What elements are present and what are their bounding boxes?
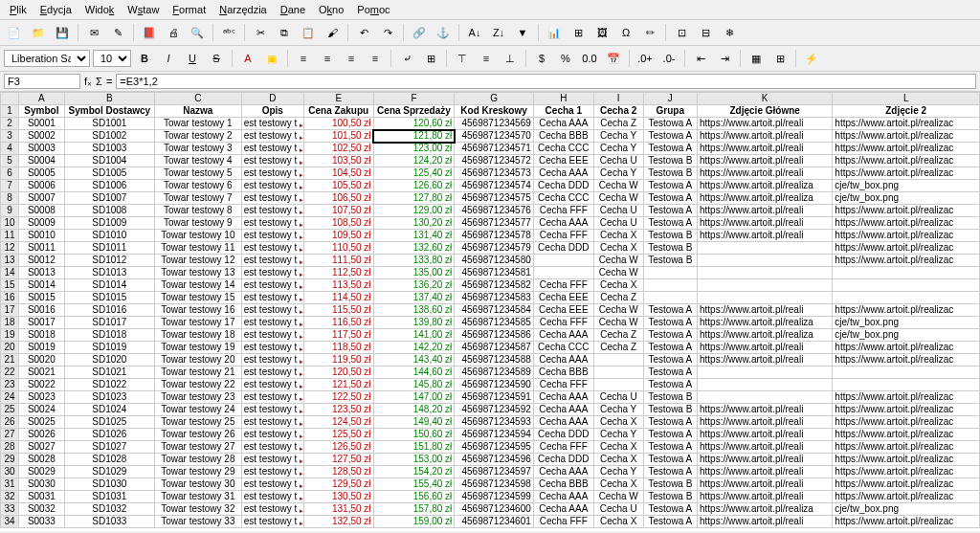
cell[interactable]: 130,20 zł	[373, 217, 455, 230]
cell[interactable]: 4569871234597	[455, 466, 533, 478]
cell[interactable]: Towar testowy 3	[154, 143, 241, 155]
row-header[interactable]: 24	[1, 391, 19, 404]
cell[interactable]: est testowy t	[241, 304, 303, 317]
cell[interactable]: 153,00 zł	[373, 454, 455, 466]
cell[interactable]: https://www.artoit.pl/realizac	[833, 304, 980, 317]
cell[interactable]: 132,60 zł	[373, 242, 455, 255]
menu-plik[interactable]: Plik	[4, 2, 33, 17]
cell[interactable]: Testowa A	[643, 354, 697, 366]
cell[interactable]: Cecha AAA	[533, 416, 593, 429]
cell[interactable]: Cecha X	[593, 416, 643, 429]
cell[interactable]: Towar testowy 17	[154, 317, 241, 329]
cell[interactable]: Cecha AAA	[533, 491, 593, 503]
cell[interactable]: https://www.artoit.pl/realizac	[833, 130, 980, 143]
cell[interactable]: Towar testowy 14	[154, 279, 241, 292]
cell[interactable]: SD1027	[64, 441, 154, 454]
cell[interactable]: S0033	[18, 516, 64, 528]
header-cell[interactable]: Grupa	[643, 105, 697, 118]
cell[interactable]: 139,80 zł	[373, 317, 455, 329]
cell[interactable]: S0025	[18, 416, 64, 429]
cell[interactable]: https://www.artoit.pl/realiza	[698, 180, 833, 192]
cell[interactable]: SD1014	[64, 279, 154, 292]
undo-icon[interactable]: ↶	[353, 22, 374, 43]
row-header[interactable]: 7	[1, 180, 19, 192]
cell[interactable]: https://www.artoit.pl/reali	[698, 478, 833, 491]
cell[interactable]: SD1010	[64, 230, 154, 242]
col-header-F[interactable]: F	[373, 93, 455, 105]
cell[interactable]: Cecha AAA	[533, 466, 593, 478]
cell[interactable]: Towar testowy 27	[154, 441, 241, 454]
cell[interactable]: 147,00 zł	[373, 391, 455, 404]
cell[interactable]: https://www.artoit.pl/realizac	[833, 118, 980, 130]
cell[interactable]: https://www.artoit.pl/realizac	[833, 155, 980, 167]
cell[interactable]: Testowa B	[643, 242, 697, 255]
cell[interactable]: Towar testowy 5	[154, 167, 241, 180]
cell[interactable]: 151,80 zł	[373, 441, 455, 454]
col-header-H[interactable]: H	[533, 93, 593, 105]
cell[interactable]: S0005	[18, 167, 64, 180]
cell[interactable]: S0006	[18, 180, 64, 192]
cell[interactable]: Testowa A	[643, 217, 697, 230]
cell[interactable]: 137,40 zł	[373, 292, 455, 304]
cell[interactable]: SD1004	[64, 155, 154, 167]
cell[interactable]: SD1017	[64, 317, 154, 329]
col-header-L[interactable]: L	[833, 93, 980, 105]
cell[interactable]: 4569871234598	[455, 478, 533, 491]
anchor-icon[interactable]: ⚓	[433, 22, 454, 43]
cell[interactable]: Cecha FFF	[533, 205, 593, 217]
cell[interactable]: 131,50 zł	[303, 503, 373, 516]
cell[interactable]: 4569871234574	[455, 180, 533, 192]
row-header[interactable]: 22	[1, 366, 19, 379]
cell[interactable]: Cecha X	[593, 516, 643, 528]
menu-dane[interactable]: Dane	[275, 2, 311, 17]
cell[interactable]: est testowy t	[241, 267, 303, 279]
cell[interactable]	[833, 292, 980, 304]
cell[interactable]: Towar testowy 25	[154, 416, 241, 429]
pdf-icon[interactable]: 📕	[139, 22, 160, 43]
cell[interactable]: est testowy t	[241, 503, 303, 516]
cell[interactable]: Cecha W	[593, 267, 643, 279]
cell[interactable]: cje/tw_box.png	[833, 503, 980, 516]
cell[interactable]: S0010	[18, 230, 64, 242]
cell[interactable]: Cecha AAA	[533, 217, 593, 230]
sort-desc-icon[interactable]: Z↓	[488, 22, 509, 43]
save-icon[interactable]: 💾	[52, 22, 73, 43]
cell[interactable]	[593, 354, 643, 366]
cell[interactable]: 109,50 zł	[303, 230, 373, 242]
sum-icon[interactable]: Σ	[96, 76, 102, 87]
cell[interactable]: Towar testowy 21	[154, 366, 241, 379]
align-center-icon[interactable]: ≡	[317, 48, 338, 69]
menu-format[interactable]: Format	[167, 2, 212, 17]
cell[interactable]: est testowy t	[241, 292, 303, 304]
cell[interactable]: Testowa B	[643, 404, 697, 416]
cell[interactable]: 4569871234592	[455, 404, 533, 416]
cell[interactable]: Testowa A	[643, 205, 697, 217]
copy-icon[interactable]: ⧉	[274, 22, 295, 43]
cell[interactable]: Cecha FFF	[533, 379, 593, 391]
cell[interactable]: S0011	[18, 242, 64, 255]
col-header-K[interactable]: K	[698, 93, 833, 105]
row-header[interactable]: 28	[1, 441, 19, 454]
cell[interactable]: Cecha EEE	[533, 292, 593, 304]
cell[interactable]: 117,50 zł	[303, 329, 373, 342]
cell[interactable]: Testowa A	[643, 317, 697, 329]
cell[interactable]: Towar testowy 22	[154, 379, 241, 391]
cell[interactable]: 118,50 zł	[303, 342, 373, 354]
header-cell[interactable]: Zdjęcie Główne	[698, 105, 833, 118]
cell[interactable]: https://www.artoit.pl/realizac	[833, 167, 980, 180]
cell[interactable]: Cecha DDD	[533, 429, 593, 441]
cell[interactable]: Cecha W	[593, 255, 643, 267]
cell[interactable]: Cecha FFF	[533, 230, 593, 242]
cell[interactable]: 4569871234601	[455, 516, 533, 528]
cell[interactable]: 130,50 zł	[303, 491, 373, 503]
pivot-icon[interactable]: ⊞	[568, 22, 589, 43]
header-cell[interactable]: Cena Sprzedaży	[373, 105, 455, 118]
cell[interactable]: est testowy t	[241, 391, 303, 404]
cell[interactable]: 4569871234572	[455, 155, 533, 167]
cell[interactable]: Testowa B	[643, 491, 697, 503]
cut-icon[interactable]: ✂	[250, 22, 271, 43]
cell[interactable]: 112,50 zł	[303, 267, 373, 279]
cell[interactable]: SD1033	[64, 516, 154, 528]
cell[interactable]: https://www.artoit.pl/reali	[698, 230, 833, 242]
cell[interactable]: S0023	[18, 391, 64, 404]
